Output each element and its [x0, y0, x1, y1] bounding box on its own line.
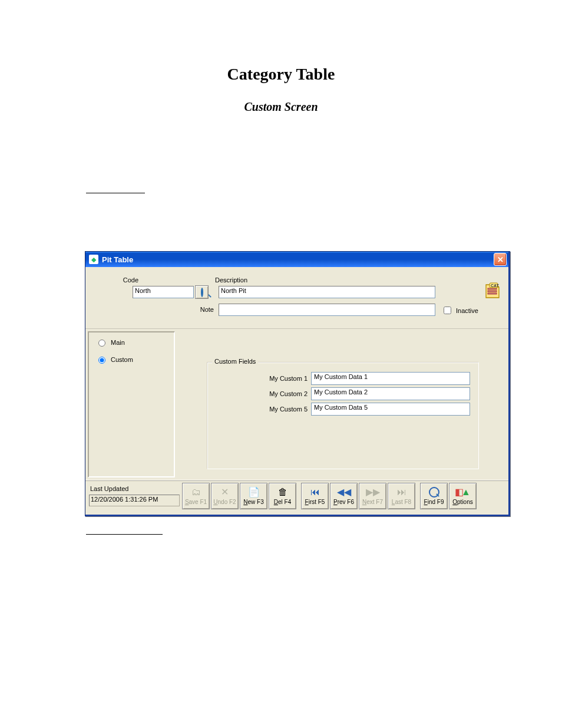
radio-main[interactable]: Main	[95, 338, 170, 347]
inactive-checkbox-input[interactable]	[444, 307, 451, 314]
options-button-label: Options	[452, 499, 472, 505]
close-icon: ✕	[497, 255, 504, 264]
last-updated-label: Last Updated	[90, 485, 128, 492]
cat-icon-label: CAT	[491, 284, 499, 288]
prev-button-label: Prev F6	[333, 499, 354, 505]
custom-field-input[interactable]: My Custom Data 5	[311, 403, 470, 416]
svg-rect-0	[488, 288, 497, 289]
description-input[interactable]: North Pit	[219, 286, 435, 298]
save-button: 🗂 Save F1	[182, 483, 210, 509]
find-button[interactable]: Find F9	[420, 483, 448, 509]
delete-button[interactable]: 🗑 Del F4	[269, 483, 296, 509]
category-icon[interactable]: CAT	[484, 281, 501, 299]
save-button-label: Save F1	[185, 499, 207, 505]
next-button-label: Next F7	[362, 499, 383, 505]
custom-field-input[interactable]: My Custom Data 1	[311, 372, 470, 385]
options-icon: ◧▲	[455, 487, 471, 498]
view-selector-panel: Main Custom	[88, 331, 175, 477]
new-icon: 📄	[248, 487, 260, 498]
divider	[86, 193, 145, 193]
undo-button-label: Undo F2	[213, 499, 236, 505]
custom-field-row: My Custom 5 My Custom Data 5	[260, 403, 470, 416]
code-input[interactable]: North	[133, 286, 194, 298]
find-button-label: Find F9	[424, 499, 444, 505]
radio-custom[interactable]: Custom	[95, 355, 170, 364]
divider	[86, 534, 163, 535]
app-icon: ◆	[89, 255, 98, 264]
delete-button-label: Del F4	[274, 499, 291, 505]
save-icon: 🗂	[191, 487, 201, 498]
custom-field-label: My Custom 2	[260, 390, 308, 397]
code-lookup-button[interactable]	[195, 285, 209, 299]
content-area: Main Custom Custom Fields My Custom 1 My…	[85, 329, 508, 480]
custom-field-row: My Custom 1 My Custom Data 1	[260, 372, 470, 385]
toolbar: 🗂 Save F1 ✕ Undo F2 📄 New F3 🗑 Del F4	[182, 483, 477, 509]
titlebar[interactable]: ◆ Pit Table ✕	[85, 252, 508, 267]
header-form: Code North Description North Pit Note In…	[85, 267, 508, 329]
code-label: Code	[109, 276, 138, 284]
description-label: Description	[215, 276, 262, 284]
custom-field-label: My Custom 5	[260, 406, 308, 413]
custom-field-row: My Custom 2 My Custom Data 2	[260, 387, 470, 400]
svg-rect-2	[488, 293, 497, 294]
new-button[interactable]: 📄 New F3	[240, 483, 267, 509]
undo-icon: ✕	[221, 487, 229, 498]
new-button-label: New F3	[243, 499, 263, 505]
custom-field-label: My Custom 1	[260, 375, 308, 382]
note-input[interactable]	[219, 304, 435, 316]
next-button: ▶▶ Next F7	[359, 483, 386, 509]
radio-main-label: Main	[111, 339, 125, 346]
first-icon: ⏮	[310, 487, 320, 498]
undo-button: ✕ Undo F2	[211, 483, 239, 509]
custom-fields-legend: Custom Fields	[212, 358, 258, 365]
trash-icon: 🗑	[278, 487, 287, 498]
next-icon: ▶▶	[366, 487, 380, 498]
radio-main-input[interactable]	[98, 340, 105, 347]
footer-bar: Last Updated 12/20/2006 1:31:26 PM 🗂 Sav…	[85, 480, 508, 515]
search-icon	[201, 289, 203, 296]
close-button[interactable]: ✕	[494, 253, 507, 266]
custom-fields-group: Custom Fields My Custom 1 My Custom Data…	[207, 362, 479, 469]
last-icon: ⏭	[397, 487, 406, 498]
prev-button[interactable]: ◀◀ Prev F6	[330, 483, 358, 509]
last-button: ⏭ Last F8	[388, 483, 415, 509]
prev-icon: ◀◀	[337, 487, 351, 498]
pit-table-window: ◆ Pit Table ✕ Code North Description Nor…	[85, 251, 510, 516]
document-subtitle: Custom Screen	[0, 100, 562, 114]
options-button[interactable]: ◧▲ Options	[449, 483, 477, 509]
search-icon	[429, 487, 439, 498]
note-label: Note	[190, 306, 214, 313]
inactive-checkbox[interactable]: Inactive	[441, 305, 478, 316]
document-title: Category Table	[0, 65, 562, 84]
main-panel: Custom Fields My Custom 1 My Custom Data…	[177, 329, 508, 480]
last-updated-value: 12/20/2006 1:31:26 PM	[89, 495, 180, 506]
window-title: Pit Table	[102, 255, 494, 264]
svg-rect-1	[488, 291, 497, 292]
inactive-label: Inactive	[456, 307, 478, 314]
radio-custom-input[interactable]	[98, 357, 105, 364]
first-button[interactable]: ⏮ First F5	[301, 483, 329, 509]
last-button-label: Last F8	[392, 499, 411, 505]
first-button-label: First F5	[305, 499, 325, 505]
custom-field-input[interactable]: My Custom Data 2	[311, 387, 470, 400]
radio-custom-label: Custom	[111, 356, 133, 363]
